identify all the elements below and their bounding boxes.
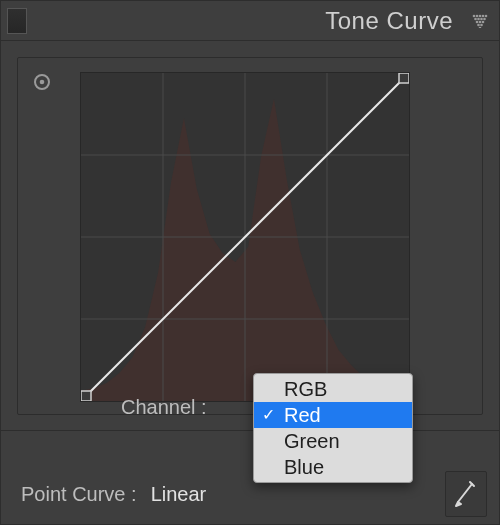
- channel-label: Channel: [121, 396, 215, 419]
- channel-option-rgb[interactable]: RGB: [254, 376, 412, 402]
- channel-dropdown[interactable]: RGBRedGreenBlue: [253, 373, 413, 483]
- point-curve-label: Point Curve :: [21, 483, 145, 506]
- svg-point-8: [483, 17, 486, 20]
- svg-point-10: [479, 20, 482, 23]
- svg-point-11: [482, 20, 485, 23]
- targeted-adjust-icon[interactable]: [32, 72, 52, 92]
- svg-point-5: [474, 17, 477, 20]
- svg-point-4: [485, 14, 488, 17]
- point-curve-value[interactable]: Linear: [151, 483, 207, 506]
- channel-option-red[interactable]: Red: [254, 402, 412, 428]
- tone-curve-panel: Tone Curve: [0, 0, 500, 525]
- svg-point-3: [482, 14, 485, 17]
- point-curve-label-text: Point Curve: [21, 483, 126, 505]
- tone-curve-graph-area: [17, 57, 483, 415]
- curve-endpoint[interactable]: [399, 73, 409, 83]
- svg-point-9: [476, 20, 479, 23]
- tone-curve-plot[interactable]: [80, 72, 410, 402]
- svg-point-0: [473, 14, 476, 17]
- svg-point-12: [477, 23, 480, 26]
- channel-row: Channel: [1, 385, 499, 431]
- panel-menu-icon[interactable]: [471, 12, 489, 30]
- svg-point-1: [476, 14, 479, 17]
- channel-option-blue[interactable]: Blue: [254, 454, 412, 480]
- edit-point-curve-button[interactable]: [445, 471, 487, 517]
- point-curve-row: Point Curve : Linear: [1, 464, 499, 524]
- svg-point-2: [479, 14, 482, 17]
- svg-point-16: [40, 80, 45, 85]
- pencil-icon: [453, 479, 479, 509]
- panel-swatch[interactable]: [7, 8, 27, 34]
- panel-title: Tone Curve: [325, 7, 453, 35]
- channel-option-green[interactable]: Green: [254, 428, 412, 454]
- svg-point-6: [477, 17, 480, 20]
- svg-point-7: [480, 17, 483, 20]
- panel-header: Tone Curve: [1, 1, 499, 41]
- tone-curve-line[interactable]: [81, 73, 409, 401]
- svg-point-14: [479, 26, 482, 27]
- svg-point-13: [480, 23, 483, 26]
